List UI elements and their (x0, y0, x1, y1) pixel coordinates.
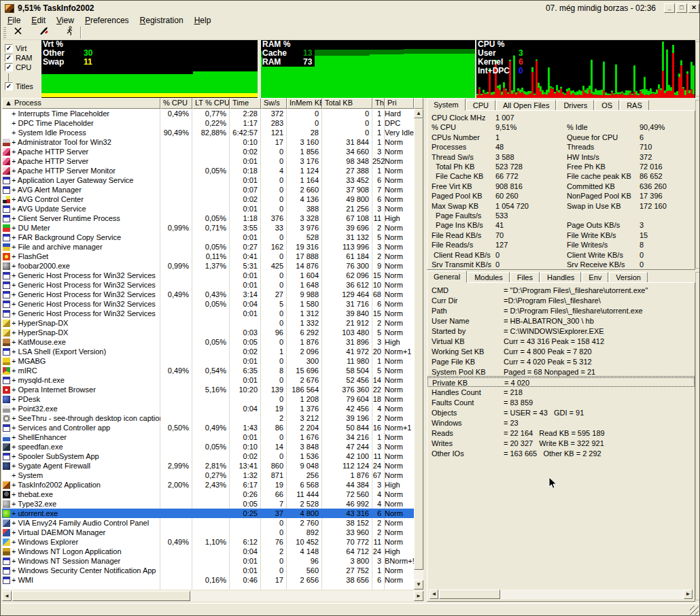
process-row[interactable]: + Services and Controller app0,50%0,49%1… (2, 423, 414, 432)
tab-env[interactable]: Env (582, 272, 608, 283)
process-row[interactable]: + Opera Internet Browser5,16%10:20139186… (2, 385, 414, 394)
process-row[interactable]: + Type32.exe0:0572 52846 9924Norm (2, 499, 414, 509)
process-row[interactable]: + DU Meter0,99%0,71%3:55333 97639 6962No… (2, 223, 414, 233)
menu-edit[interactable]: Edit (26, 15, 51, 26)
column-header-h[interactable]: Th (372, 98, 385, 109)
process-row[interactable]: + WMI0,16%0:46172 65638 6566Norm (2, 575, 414, 585)
tab-os[interactable]: OS (595, 100, 619, 111)
resize-grip[interactable] (690, 606, 699, 615)
process-row[interactable]: + AVG Control Center0:0204 13649 8006Nor… (2, 194, 414, 204)
tab-cpu[interactable]: CPU (466, 100, 495, 111)
kill-process-icon[interactable] (35, 26, 52, 39)
menu-file[interactable]: File (2, 15, 26, 26)
tab-all-open-files[interactable]: All Open Files (496, 100, 556, 111)
process-row[interactable]: + SeeThru - see-through desktop icon cap… (2, 413, 414, 423)
process-row[interactable]: + Administrator Tool for Win320:10173 16… (2, 137, 414, 147)
toolbar-separator (80, 27, 82, 39)
cell-s: 376 (261, 213, 287, 223)
detail-pane-scrollbar[interactable] (695, 272, 700, 600)
process-row[interactable]: + Client Server Runtime Process0,05%1:18… (2, 213, 414, 223)
column-header-s[interactable]: Sw/s (261, 98, 287, 109)
process-row[interactable]: + System Idle Process90,49%82,88%6:42:57… (2, 128, 414, 137)
process-row[interactable]: + Apache HTTP Server0:0201 85634 6603Nor… (2, 147, 414, 156)
process-row[interactable]: + HyperSnap-DX01 33221 9122Norm (2, 318, 414, 328)
process-row[interactable]: + Windows NT Logon Application0:0424 148… (2, 547, 414, 556)
process-row[interactable]: + File and archive manager0,05%0:2716219… (2, 242, 414, 252)
menu-preferences[interactable]: Preferences (80, 15, 135, 26)
run-process-icon[interactable] (60, 26, 78, 39)
process-row[interactable]: + Generic Host Process for Win32 Service… (2, 280, 414, 290)
process-row[interactable]: + Windows NT Session Manager0:010963 800… (2, 556, 414, 566)
process-row[interactable]: + speedfan.exe0,05%0:10143 84847 2443Nor… (2, 442, 414, 451)
minimize-button[interactable]: _ (664, 3, 675, 13)
column-header-t[interactable]: Time (230, 98, 261, 109)
process-table-hscrollbar[interactable]: ◄ ► (2, 591, 423, 601)
process-row[interactable]: + Application Layer Gateway Service0:010… (2, 175, 414, 185)
process-row[interactable]: + TaskInfo2002 Application2,00%2,43%6:17… (2, 480, 414, 490)
column-header-m[interactable]: InMem KB (287, 98, 322, 109)
process-row[interactable]: + MGABG0:01030011 9801Norm (2, 356, 414, 366)
process-row[interactable]: + Generic Host Process for Win32 Service… (2, 290, 414, 299)
tab-general[interactable]: General (427, 271, 467, 283)
process-row[interactable]: + FAR Background Copy Service0:01052831 … (2, 233, 414, 242)
process-row[interactable]: + VIA Envy24 Family Audio Control Panel0… (2, 518, 414, 528)
process-row[interactable]: + AVG Alert Manager0:0702 66037 9087Norm (2, 185, 414, 194)
toolbar-grip[interactable] (3, 27, 6, 39)
process-row[interactable]: + Virtual DAEMON Manager089233 9602Norm (2, 528, 414, 537)
graph-scrollbar[interactable] (695, 41, 700, 97)
process-row[interactable]: + DPC Time Placeholder0,22%1:17283001DPC (2, 118, 414, 128)
menu-help[interactable]: Help (189, 15, 217, 26)
checkbox-ram[interactable]: ✓RAM (5, 53, 32, 62)
process-row[interactable]: + Sygate Agent Firewall2,99%2,81%13:4186… (2, 461, 414, 470)
process-row[interactable]: + HyperSnap-DX0:03966 292103 4805Norm (2, 328, 414, 337)
process-row[interactable]: + LSA Shell (Export Version)0:0212 09641… (2, 347, 414, 356)
close-process-icon[interactable] (9, 26, 27, 39)
process-row[interactable]: + ShellEnhancer0:0101 67634 2161Norm (2, 432, 414, 442)
tab-system[interactable]: System (427, 99, 466, 111)
checkbox-titles[interactable]: ✓Titles (5, 82, 33, 90)
column-header-k[interactable]: Total KB (322, 98, 372, 109)
checkbox-cpu[interactable]: ✓CPU (5, 63, 31, 71)
column-header-n[interactable]: ▲ Process (2, 98, 160, 109)
process-row[interactable]: + Windows Explorer0,49%1,10%6:127610 452… (2, 537, 414, 547)
process-row[interactable]: + mIRC0,49%0,54%6:35815 69658 5045Norm (2, 366, 414, 375)
process-row[interactable]: + Apache HTTP Server0:0103 17698 348252N… (2, 156, 414, 166)
process-row[interactable]: + Generic Host Process for Win32 Service… (2, 271, 414, 280)
process-row[interactable]: + Spooler SubSystem App0:0201 53642 1001… (2, 451, 414, 461)
process-row[interactable]: + AVG Update Service0:01038821 2563Norm (2, 204, 414, 213)
tab-version[interactable]: Version (609, 272, 648, 283)
process-row[interactable]: + Generic Host Process for Win32 Service… (2, 299, 414, 309)
process-row[interactable]: + thebat.exe0:266611 44472 5604Norm (2, 490, 414, 499)
maximize-button[interactable]: □ (676, 3, 687, 13)
tab-modules[interactable]: Modules (468, 272, 510, 283)
process-row[interactable]: + foobar2000.exe0,99%1,37%5:3142514 8767… (2, 261, 414, 271)
process-row[interactable]: + Windows Security Center Notification A… (2, 566, 414, 575)
menu-view[interactable]: View (51, 15, 80, 26)
checkbox-virt[interactable]: ✓Virt (5, 44, 27, 52)
column-header-l[interactable]: LT % CPU (192, 98, 230, 109)
process-row[interactable]: + System0,27%1:328712561 87667Norm (2, 470, 414, 480)
process-row[interactable]: + Apache HTTP Server Monitor0,05%0:1841 … (2, 166, 414, 175)
column-header-p[interactable]: Pri (385, 98, 414, 109)
app-icon (5, 4, 14, 13)
process-row[interactable]: + mysqld-nt.exe0:0102 67652 45614Norm (2, 375, 414, 385)
tab-drivers[interactable]: Drivers (557, 100, 594, 111)
process-row[interactable]: + Generic Host Process for Win32 Service… (2, 309, 414, 318)
detail-pane-hscrollbar[interactable]: ◄ ► (430, 589, 693, 599)
process-row[interactable]: + Interrupts Time Placeholder0,49%0,77%2… (2, 109, 414, 118)
process-row-selected[interactable]: + utorrent.exe0:25374 80043 3166Norm (2, 509, 414, 518)
system-pane-scrollbar[interactable] (695, 100, 700, 269)
column-header-c[interactable]: % CPU (160, 98, 192, 109)
process-table-vscrollbar[interactable]: ▲ ▼ (414, 109, 423, 589)
process-row[interactable]: + Point32.exe0:04191 37642 4564Norm (2, 404, 414, 413)
close-button[interactable]: ✕ (688, 3, 699, 13)
tab-ras[interactable]: RAS (620, 100, 649, 111)
process-row[interactable]: + PDesk01 20879 60418Norm (2, 394, 414, 404)
tab-files[interactable]: Files (510, 272, 540, 283)
tab-handles[interactable]: Handles (540, 272, 581, 283)
menu-registration[interactable]: Registration (135, 15, 189, 26)
process-row[interactable]: + KatMouse.exe0,05%0:0501 87631 8963High (2, 337, 414, 347)
process-row[interactable]: + FlashGet0,11%0:41017 88861 1842Norm (2, 252, 414, 261)
cell-c: 0,49% (160, 109, 192, 118)
system-info-row: Page Ins KB/s41Page Outs KB/s3 (427, 220, 695, 230)
